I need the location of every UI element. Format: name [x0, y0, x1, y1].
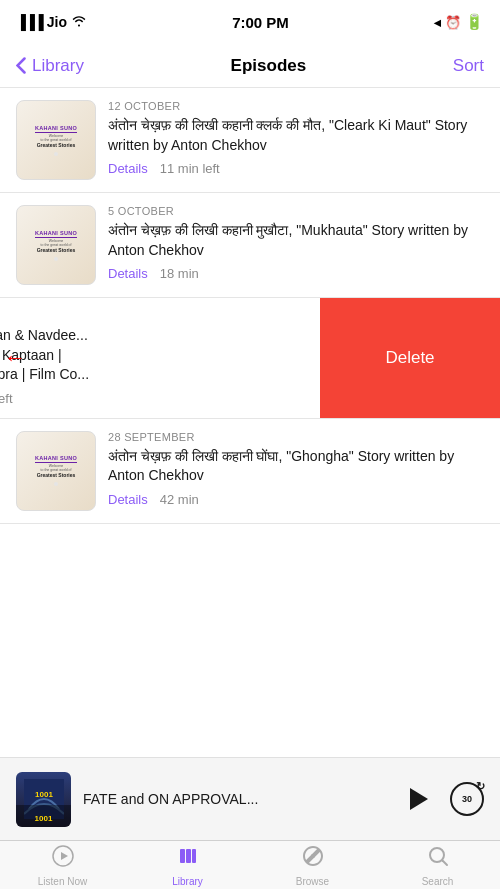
- svg-rect-5: [186, 849, 191, 863]
- tab-listen-now[interactable]: Listen Now: [0, 841, 125, 889]
- episode-meta: Details 2 min left: [0, 391, 304, 406]
- episode-title: अंतोन चेख़फ़ की लिखी कहानी क्लर्क की मौत…: [108, 116, 484, 155]
- episode-duration: 18 min: [160, 266, 199, 281]
- svg-rect-6: [192, 849, 196, 863]
- status-left: ▐▐▐ Jio: [16, 14, 87, 30]
- back-label: Library: [32, 56, 84, 76]
- listen-now-icon: [51, 844, 75, 874]
- episode-duration: 11 min left: [160, 161, 220, 176]
- back-button[interactable]: Library: [16, 56, 84, 76]
- episode-date: 28 SEPTEMBER: [108, 431, 484, 443]
- delete-button[interactable]: Delete: [320, 298, 500, 418]
- alarm-icon: ⏰: [445, 15, 461, 30]
- play-button[interactable]: [400, 782, 434, 816]
- details-link[interactable]: Details: [108, 492, 148, 507]
- podcast-thumbnail: KAHANI SUNO Welcome to the great world o…: [16, 205, 96, 285]
- tab-library[interactable]: Library: [125, 841, 250, 889]
- details-link[interactable]: Details: [108, 266, 148, 281]
- episode-swiped-content: FILMCO. 5 OCTOBER 67. Saif Ali Khan & Na…: [0, 298, 320, 418]
- episode-item: KAHANI SUNO Welcome to the great world o…: [0, 419, 500, 524]
- now-playing-thumbnail: 1001 1001: [16, 772, 71, 827]
- episode-content: 5 OCTOBER 67. Saif Ali Khan & Navdee...n…: [0, 310, 304, 406]
- episode-content: 12 OCTOBER अंतोन चेख़फ़ की लिखी कहानी क्…: [108, 100, 484, 176]
- episode-title: 67. Saif Ali Khan & Navdee...nterview | …: [0, 326, 304, 385]
- tab-browse[interactable]: Browse: [250, 841, 375, 889]
- tab-browse-label: Browse: [296, 876, 329, 887]
- svg-marker-3: [61, 852, 68, 860]
- tab-search-label: Search: [422, 876, 454, 887]
- now-playing-controls: 30 ↻: [400, 782, 484, 816]
- episode-date: 12 OCTOBER: [108, 100, 484, 112]
- battery-icon: 🔋: [465, 13, 484, 31]
- carrier-name: Jio: [47, 14, 67, 30]
- swipe-container: ← FILMCO. 5 OCTOBER 67. Saif Ali Khan & …: [0, 298, 500, 419]
- episodes-list: KAHANI SUNO Welcome to the great world o…: [0, 88, 500, 757]
- tab-library-label: Library: [172, 876, 203, 887]
- episode-date: 5 OCTOBER: [108, 205, 484, 217]
- location-icon: ◂: [434, 15, 441, 30]
- now-thumb-text: 1001: [35, 814, 53, 823]
- skip-forward-button[interactable]: 30 ↻: [450, 782, 484, 816]
- episode-duration: 42 min: [160, 492, 199, 507]
- podcast-thumbnail: KAHANI SUNO Welcome to the great world o…: [16, 431, 96, 511]
- nav-header: Library Episodes Sort: [0, 44, 500, 88]
- browse-icon: [301, 844, 325, 874]
- library-icon: [176, 844, 200, 874]
- status-bar: ▐▐▐ Jio 7:00 PM ◂ ⏰ 🔋: [0, 0, 500, 44]
- search-icon: [426, 844, 450, 874]
- tab-bar: Listen Now Library Browse Search: [0, 840, 500, 889]
- now-playing-title: FATE and ON APPROVAL...: [83, 791, 388, 807]
- episode-item: KAHANI SUNO Welcome to the great world o…: [0, 88, 500, 193]
- now-playing-bar[interactable]: 1001 1001 FATE and ON APPROVAL... 30 ↻: [0, 757, 500, 840]
- episode-item: KAHANI SUNO Welcome to the great world o…: [0, 193, 500, 298]
- episode-title: अंतोन चेख़फ़ की लिखी कहानी घोंघा, "Ghong…: [108, 447, 484, 486]
- svg-line-9: [442, 860, 447, 865]
- wifi-icon: [71, 14, 87, 30]
- status-time: 7:00 PM: [232, 14, 289, 31]
- tab-listen-now-label: Listen Now: [38, 876, 87, 887]
- episode-duration: 2 min left: [0, 391, 13, 406]
- svg-rect-4: [180, 849, 185, 863]
- episode-meta: Details 11 min left: [108, 161, 484, 176]
- episode-meta: Details 18 min: [108, 266, 484, 281]
- episode-title: अंतोन चेख़फ़ की लिखी कहानी मुखौटा, "Mukh…: [108, 221, 484, 260]
- episode-content: 28 SEPTEMBER अंतोन चेख़फ़ की लिखी कहानी …: [108, 431, 484, 507]
- episode-content: 5 OCTOBER अंतोन चेख़फ़ की लिखी कहानी मुख…: [108, 205, 484, 281]
- signal-bars: ▐▐▐: [16, 14, 43, 30]
- sort-button[interactable]: Sort: [453, 56, 484, 76]
- svg-text:1001: 1001: [35, 790, 53, 799]
- page-title: Episodes: [231, 56, 307, 76]
- tab-search[interactable]: Search: [375, 841, 500, 889]
- swipe-row: FILMCO. 5 OCTOBER 67. Saif Ali Khan & Na…: [0, 298, 320, 418]
- episode-date: 5 OCTOBER: [0, 310, 304, 322]
- status-right: ◂ ⏰ 🔋: [434, 13, 484, 31]
- swipe-arrow-indicator: ←: [4, 345, 26, 371]
- podcast-thumbnail: KAHANI SUNO Welcome to the great world o…: [16, 100, 96, 180]
- details-link[interactable]: Details: [108, 161, 148, 176]
- episode-meta: Details 42 min: [108, 492, 484, 507]
